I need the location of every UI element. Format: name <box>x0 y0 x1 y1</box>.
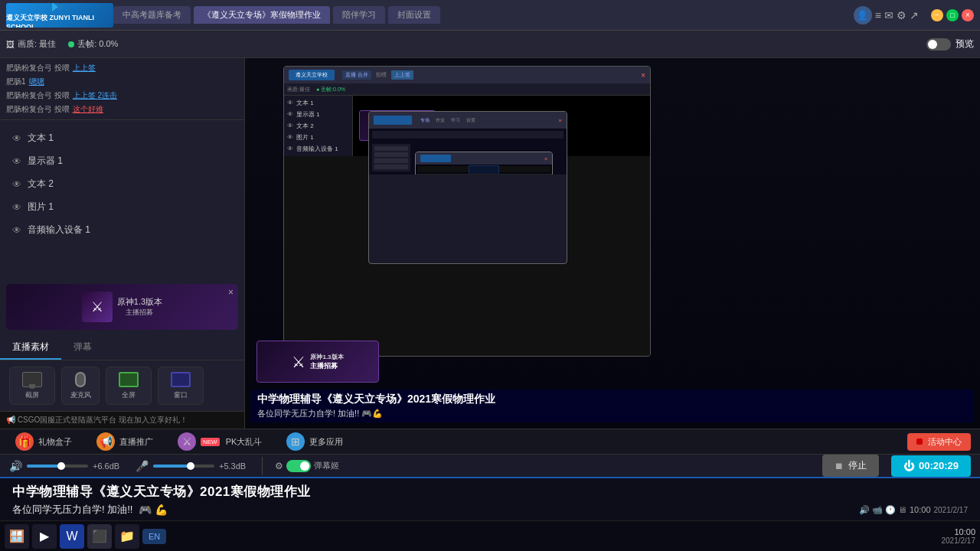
taskbar-media[interactable]: ▶ <box>32 524 57 549</box>
vote-item-4: 肥肠粉复合弓 投喂 这个好难 <box>6 103 238 116</box>
recruit-action: 主播招募 <box>310 361 343 371</box>
tab-special[interactable]: 《遵义天立专场》寒假物理作业 <box>194 6 330 24</box>
window-icon <box>171 372 191 387</box>
preview-area: 遵义天立学校 直播 合并 投喂 上上签 × 画质:最佳 ● 丢帧:0.0% <box>245 58 980 429</box>
frames-indicator: 丢帧: 0.0% <box>68 38 118 50</box>
broadcast-date: 10:00 <box>910 505 931 514</box>
vote-item-1: 肥肠粉复合弓 投喂 上上签 <box>6 61 238 75</box>
quality-dot <box>68 41 74 47</box>
taskbar-time: 10:00 <box>942 527 976 536</box>
tab-homepage[interactable]: 中高考题库备考 <box>113 6 191 24</box>
mic-knob[interactable] <box>187 462 194 470</box>
layer-eye-text2[interactable]: 👁 <box>12 179 21 190</box>
source-fullscreen-btn[interactable]: 全屏 <box>106 367 152 405</box>
svg-marker-2 <box>52 3 58 11</box>
vote-link-1[interactable]: 上上签 <box>73 63 96 73</box>
effects-toggle-knob <box>300 461 309 471</box>
source-tab-broadcast[interactable]: 直播素材 <box>0 336 61 360</box>
activity-icon <box>916 439 923 445</box>
tab-companion[interactable]: 陪伴学习 <box>333 6 385 24</box>
minimize-button[interactable]: − <box>931 9 943 21</box>
nested-logo-2 <box>374 116 412 125</box>
nested-close-3[interactable]: × <box>544 156 547 161</box>
vote-link-4[interactable]: 这个好难 <box>73 104 103 115</box>
speaker-knob[interactable] <box>57 462 65 470</box>
nested-close-1[interactable]: × <box>641 71 645 80</box>
broadcast-icons: 🔊 📹 🕐 🖥 <box>859 505 906 515</box>
stream-overlay-subtitle: 各位同学无压力自学! 加油!! 🎮💪 <box>257 408 968 419</box>
nested-titlebar-1: 遵义天立学校 直播 合并 投喂 上上签 × <box>284 67 650 83</box>
source-mic-btn[interactable]: 麦克风 <box>61 367 100 405</box>
recruit-banner-main: ⚔ 原神1.3版本 主播招募 <box>256 341 379 383</box>
school-name-cn: 遵义天立学校 ZUNYI TIANLI SCHOOL <box>6 13 113 28</box>
speaker-slider[interactable] <box>27 465 88 468</box>
effects-toggle[interactable] <box>286 460 311 472</box>
nested-titlebar-3: × <box>416 152 552 165</box>
more-icon: ⊞ <box>286 432 305 451</box>
mic-value: +5.3dB <box>219 461 250 471</box>
mic-icon <box>75 372 86 387</box>
taskbar-word[interactable]: W <box>60 524 84 549</box>
effects-control[interactable]: ⚙ 弹幕姬 <box>275 460 339 472</box>
layer-item-display1[interactable]: 👁 显示器 1 <box>3 150 241 172</box>
vote-item-3: 肥肠粉复合弓 投喂 上上签 2连击 <box>6 89 238 103</box>
audio-controls: 🔊 +6.6dB 🎤 +5.3dB ⚙ <box>0 455 980 477</box>
nested-close-2[interactable]: × <box>558 117 562 124</box>
preview-switch[interactable] <box>926 38 951 51</box>
promote-btn[interactable]: 📢 直播推广 <box>90 429 159 454</box>
layer-item-text2[interactable]: 👁 文本 2 <box>3 173 241 195</box>
speaker-control: 🔊 +6.6dB <box>9 460 123 472</box>
user-avatar[interactable]: 👤 <box>854 6 872 24</box>
taskbar-start[interactable]: 🪟 <box>5 524 29 549</box>
settings-icon[interactable]: ⚙ <box>897 9 906 21</box>
preview-toggle[interactable]: 预览 <box>926 37 974 51</box>
mic-slider[interactable] <box>153 465 214 468</box>
layer-item-text1[interactable]: 👁 文本 1 <box>3 127 241 149</box>
more-apps-btn[interactable]: ⊞ 更多应用 <box>280 429 349 454</box>
layer-eye-image1[interactable]: 👁 <box>12 202 21 213</box>
layer-eye-audio1[interactable]: 👁 <box>12 225 21 236</box>
recruit-game-icon: ⚔ <box>292 353 305 371</box>
share-icon[interactable]: ↗ <box>910 9 919 21</box>
taskbar-files[interactable]: 📁 <box>115 524 139 549</box>
maximize-button[interactable]: □ <box>946 9 959 21</box>
stream-info-overlay: 中学物理辅导《遵义天立专场》2021寒假物理作业 各位同学无压力自学! 加油!!… <box>251 390 974 422</box>
taskbar: 🪟 ▶ W ⬛ 📁 EN 10:00 2021/2/17 <box>0 520 980 551</box>
start-btn[interactable]: ⏻ 00:20:29 <box>891 455 971 477</box>
tab-cover[interactable]: 封面设置 <box>388 6 440 24</box>
capture-icon <box>22 372 42 387</box>
vote-link-3[interactable]: 上上签 2连击 <box>73 90 117 101</box>
taskbar-clock: 10:00 2021/2/17 <box>942 527 976 545</box>
vote-link-2[interactable]: 嗯嗯 <box>29 77 44 87</box>
ad-sub-text: 主播招募 <box>117 308 162 318</box>
nested-preview-mini: 专场 作业 学习 设置 × <box>353 96 650 156</box>
nested-layout-1: 👁 文本 1 👁 显示器 1 👁 文本 2 <box>284 96 650 156</box>
mail-icon[interactable]: ✉ <box>884 9 893 21</box>
stop-btn[interactable]: ⏹ 停止 <box>822 455 879 477</box>
stop-icon: ⏹ <box>835 461 844 471</box>
nested-layer-row-2: 👁 显示器 1 <box>287 110 349 119</box>
layer-name-text2: 文本 2 <box>28 178 232 191</box>
source-tab-danmu[interactable]: 弹幕 <box>61 336 104 360</box>
layer-eye-display1[interactable]: 👁 <box>12 156 21 167</box>
layer-item-image1[interactable]: 👁 图片 1 <box>3 196 241 218</box>
menu-icon[interactable]: ≡ <box>875 9 881 21</box>
taskbar-lang[interactable]: EN <box>142 529 166 544</box>
taskbar-obs[interactable]: ⬛ <box>87 524 112 549</box>
pk-btn[interactable]: ⚔ NEW PK大乱斗 <box>172 429 268 454</box>
source-window-btn[interactable]: 窗口 <box>158 367 204 405</box>
fullscreen-icon <box>119 372 139 387</box>
ad-close-button[interactable]: × <box>228 287 234 298</box>
speaker-icon: 🔊 <box>9 460 22 472</box>
toolbar-right: 预览 <box>926 37 974 51</box>
nested-toolbar-1: 画质:最佳 ● 丢帧:0.0% <box>284 83 650 96</box>
layer-item-audio1[interactable]: 👁 音频输入设备 1 <box>3 219 241 241</box>
source-capture-btn[interactable]: 截屏 <box>9 367 55 405</box>
vote-items: 肥肠粉复合弓 投喂 上上签 肥肠1 嗯嗯 肥肠粉复合弓 投喂 上上签 2连击 肥… <box>0 58 244 120</box>
activity-btn[interactable]: 活动中心 <box>907 433 971 451</box>
layer-eye-text1[interactable]: 👁 <box>12 133 21 144</box>
nested-layer-row-1: 👁 文本 1 <box>287 99 349 107</box>
gift-box-btn[interactable]: 🎁 礼物盒子 <box>9 429 78 454</box>
window-label: 窗口 <box>174 390 188 400</box>
close-button[interactable]: × <box>962 9 974 21</box>
